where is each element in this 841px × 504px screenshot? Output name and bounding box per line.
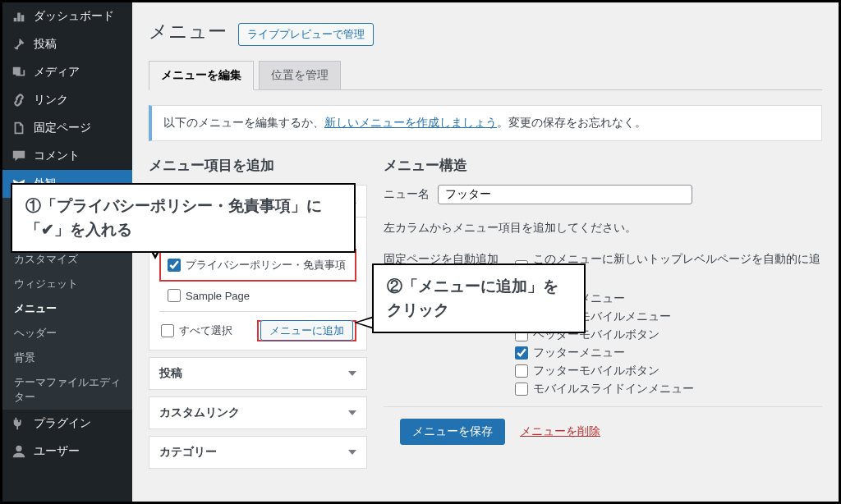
sidebar-item-users[interactable]: ユーザー [2, 438, 132, 465]
accordion-label: カテゴリー [159, 445, 217, 460]
notice-text: 以下のメニューを編集するか、 [163, 116, 324, 129]
highlighted-checklist: プライバシーポリシー・免責事項 [159, 249, 356, 282]
menu-name-label: ニュー名 [384, 187, 430, 202]
annotation-callout-1: ①「プライバシーポリシー・免責事項」に「✔」を入れる [11, 183, 356, 253]
save-menu-button[interactable]: メニューを保存 [400, 419, 505, 445]
location-checkbox[interactable] [515, 383, 528, 396]
chevron-down-icon [348, 450, 356, 455]
media-icon [11, 65, 27, 80]
location-label: フッターモバイルボタン [533, 364, 659, 378]
location-label: フッターメニュー [533, 346, 625, 360]
sidebar-item-plugins[interactable]: プラグイン [2, 410, 132, 438]
submenu-item-menus[interactable]: メニュー [2, 296, 132, 321]
add-to-menu-button[interactable]: メニューに追加 [260, 320, 353, 341]
add-items-heading: メニュー項目を追加 [149, 156, 367, 175]
location-option[interactable]: フッターモバイルボタン [515, 364, 822, 378]
location-option[interactable]: モバイルスライドインメニュー [515, 382, 822, 396]
sidebar-item-label: 固定ページ [34, 121, 91, 135]
sidebar-item-label: メディア [34, 65, 80, 80]
page-item-row[interactable]: Sample Page [159, 286, 356, 305]
live-preview-button[interactable]: ライブプレビューで管理 [238, 23, 374, 46]
sidebar-item-posts[interactable]: 投稿 [2, 30, 132, 58]
page-item-label: Sample Page [186, 290, 250, 302]
accordion-label: 投稿 [159, 366, 182, 381]
tab-manage-locations[interactable]: 位置を管理 [259, 61, 341, 89]
menu-name-input[interactable] [438, 185, 692, 204]
location-option[interactable]: フッターメニュー [515, 346, 822, 360]
sidebar-item-comments[interactable]: コメント [2, 142, 132, 170]
link-icon [11, 93, 27, 108]
location-checkbox[interactable] [515, 346, 528, 360]
svg-point-0 [16, 446, 21, 451]
sidebar-item-label: リンク [34, 93, 68, 108]
sidebar-item-pages[interactable]: 固定ページ [2, 114, 132, 142]
select-all-label: すべて選択 [179, 323, 232, 338]
accordion-head-posts[interactable]: 投稿 [149, 358, 366, 389]
sidebar-item-label: ダッシュボード [34, 9, 114, 24]
bottom-bar: メニューを保存 メニューを削除 [384, 406, 822, 456]
dashboard-icon [11, 9, 27, 24]
user-icon [11, 444, 27, 459]
sidebar-item-links[interactable]: リンク [2, 86, 132, 114]
sidebar-item-label: 投稿 [34, 37, 57, 52]
chevron-down-icon [348, 410, 356, 415]
page-title: メニュー [149, 19, 227, 44]
accordion-categories: カテゴリー [149, 436, 367, 469]
page-checkbox-privacy[interactable] [168, 259, 181, 272]
comment-icon [11, 149, 27, 163]
sidebar-item-label: ユーザー [34, 444, 80, 459]
pin-icon [11, 37, 27, 52]
select-all-checkbox[interactable] [161, 324, 174, 337]
nav-tabs: メニューを編集 位置を管理 [149, 61, 822, 90]
submenu-item-editor[interactable]: テーマファイルエディター [2, 370, 132, 410]
sidebar-item-label: プラグイン [34, 416, 91, 431]
accordion-custom-links: カスタムリンク [149, 396, 367, 429]
info-notice: 以下のメニューを編集するか、新しいメニューを作成しましょう。変更の保存をお忘れな… [149, 105, 822, 141]
page-item-row[interactable]: プライバシーポリシー・免責事項 [166, 255, 350, 275]
submenu-item-background[interactable]: 背景 [2, 346, 132, 370]
plugin-icon [11, 416, 27, 431]
submenu-item-widgets[interactable]: ウィジェット [2, 272, 132, 296]
structure-heading: メニュー構造 [384, 156, 822, 175]
sidebar-item-label: コメント [34, 149, 80, 163]
notice-text: 。変更の保存をお忘れなく。 [497, 116, 646, 129]
accordion-head-categories[interactable]: カテゴリー [149, 437, 366, 468]
sidebar-item-dashboard[interactable]: ダッシュボード [2, 2, 132, 30]
location-label: モバイルスライドインメニュー [533, 382, 694, 396]
structure-instruction: 左カラムからメニュー項目を追加してください。 [384, 221, 822, 236]
page-item-label: プライバシーポリシー・免責事項 [186, 258, 346, 273]
chevron-down-icon [348, 371, 356, 376]
accordion-head-custom[interactable]: カスタムリンク [149, 397, 366, 428]
annotation-callout-2: ②「メニューに追加」をクリック [372, 263, 586, 333]
page-checkbox-sample[interactable] [168, 289, 181, 302]
delete-menu-link[interactable]: メニューを削除 [520, 424, 600, 439]
highlighted-add-button-wrap: メニューに追加 [257, 320, 356, 341]
select-all-row[interactable]: すべて選択 [159, 321, 234, 341]
accordion-label: カスタムリンク [159, 405, 240, 420]
create-menu-link[interactable]: 新しいメニューを作成しましょう [324, 116, 497, 129]
accordion-posts: 投稿 [149, 357, 367, 390]
page-icon [11, 121, 27, 135]
submenu-item-header[interactable]: ヘッダー [2, 321, 132, 346]
sidebar-item-media[interactable]: メディア [2, 58, 132, 86]
location-checkbox[interactable] [515, 364, 528, 378]
tab-edit-menus[interactable]: メニューを編集 [149, 61, 254, 90]
